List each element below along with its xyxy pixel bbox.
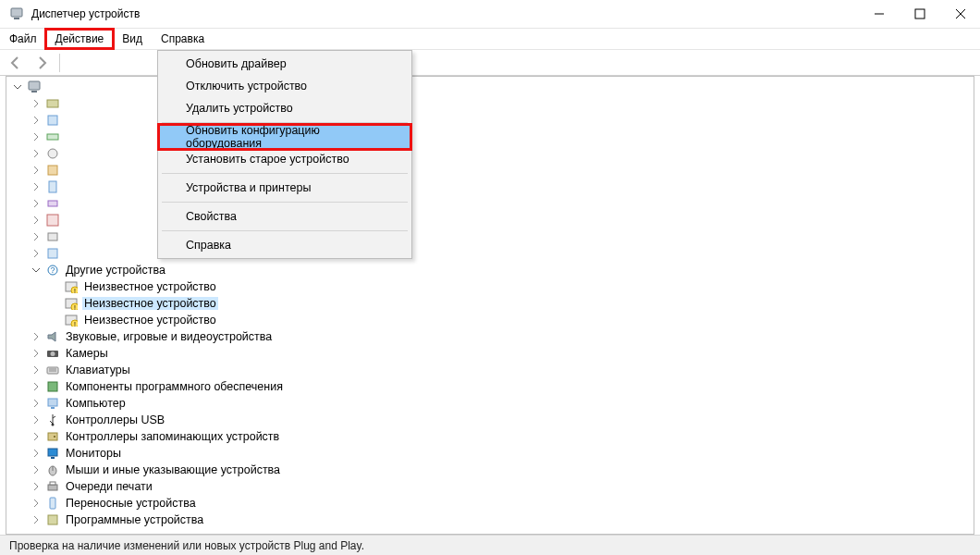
device-icon	[45, 229, 60, 244]
tree-category-portable[interactable]: Переносные устройства	[31, 495, 974, 512]
minimize-button[interactable]	[871, 6, 888, 22]
tree-category-print-queues[interactable]: Очереди печати	[31, 478, 974, 495]
other-devices-label: Другие устройства	[64, 264, 167, 277]
svg-rect-0	[11, 8, 22, 17]
expand-icon[interactable]	[31, 414, 42, 426]
svg-rect-42	[51, 457, 55, 459]
software-component-icon	[45, 379, 60, 394]
expand-icon[interactable]	[31, 98, 42, 109]
printer-icon	[45, 479, 60, 494]
tree-item-unknown-device[interactable]: ! Неизвестное устройство	[49, 278, 974, 295]
tree-category-storage[interactable]: Контроллеры запоминающих устройств	[31, 428, 974, 445]
software-device-icon	[45, 512, 60, 527]
keyboard-icon	[45, 363, 60, 377]
expand-icon[interactable]	[31, 448, 42, 459]
collapse-icon[interactable]	[31, 265, 42, 276]
expand-icon[interactable]	[31, 514, 42, 525]
expand-icon[interactable]	[31, 181, 42, 192]
expand-icon[interactable]	[31, 248, 42, 259]
menu-item-refresh-hardware[interactable]: Обновить конфигурацию оборудования	[160, 126, 410, 148]
expand-icon[interactable]	[31, 364, 42, 376]
tree-scroll[interactable]: ? Другие устройства ! Неизвестное устрой…	[6, 77, 974, 534]
tree-item-unknown-device[interactable]: ! Неизвестное устройство	[49, 312, 974, 328]
tree-category-computer[interactable]: Компьютер	[31, 395, 974, 412]
menu-action[interactable]: Действие	[46, 30, 114, 48]
expand-icon[interactable]	[31, 198, 42, 209]
expand-icon[interactable]	[31, 148, 42, 159]
menu-item-devices-printers[interactable]: Устройства и принтеры	[160, 177, 410, 199]
expand-icon[interactable]	[31, 398, 42, 409]
svg-text:?: ?	[50, 265, 55, 275]
tree-root[interactable]	[12, 79, 974, 95]
portable-icon	[45, 496, 60, 511]
svg-rect-13	[49, 181, 56, 192]
close-button[interactable]	[952, 6, 969, 22]
expand-icon[interactable]	[31, 381, 42, 392]
tree-item-unknown-device-selected[interactable]: ! Неизвестное устройство	[49, 295, 974, 312]
tree-category-cameras[interactable]: Камеры	[31, 345, 974, 362]
expand-icon[interactable]	[31, 331, 42, 342]
tree-category-audio[interactable]: Звуковые, игровые и видеоустройства	[31, 328, 974, 345]
forward-button[interactable]	[31, 53, 52, 73]
expand-icon[interactable]	[12, 81, 23, 92]
expand-icon[interactable]	[31, 498, 42, 509]
title-bar: Диспетчер устройств	[0, 0, 980, 28]
unknown-device-label: Неизвестное устройство	[82, 314, 218, 327]
menu-item-help[interactable]: Справка	[160, 234, 410, 256]
svg-rect-15	[47, 215, 58, 226]
menu-file[interactable]: Файл	[0, 30, 46, 48]
tree-category-mice[interactable]: Мыши и иные указывающие устройства	[31, 462, 974, 478]
menu-item-delete-device[interactable]: Удалить устройство	[160, 97, 410, 119]
device-tree[interactable]: ? Другие устройства ! Неизвестное устрой…	[6, 77, 974, 528]
svg-rect-48	[48, 515, 57, 524]
menu-item-update-driver[interactable]: Обновить драйвер	[160, 53, 410, 75]
tree-category-monitors[interactable]: Мониторы	[31, 445, 974, 462]
window-title: Диспетчер устройств	[31, 7, 871, 20]
svg-rect-12	[48, 166, 57, 175]
expand-icon[interactable]	[31, 464, 42, 475]
expand-icon[interactable]	[31, 348, 42, 359]
svg-rect-35	[48, 382, 57, 391]
back-button[interactable]	[6, 53, 26, 73]
svg-point-38	[52, 424, 55, 426]
menu-item-disable-device[interactable]: Отключить устройство	[160, 75, 410, 97]
expand-icon[interactable]	[31, 231, 42, 242]
expand-icon[interactable]	[31, 115, 42, 126]
camera-icon	[45, 346, 60, 361]
menu-item-properties[interactable]: Свойства	[160, 205, 410, 228]
menu-separator	[162, 202, 408, 203]
svg-point-31	[51, 352, 55, 356]
svg-rect-6	[29, 81, 40, 90]
svg-point-11	[48, 149, 57, 158]
tree-category-usb[interactable]: Контроллеры USB	[31, 412, 974, 428]
device-icon	[45, 163, 60, 178]
menu-separator	[162, 230, 408, 231]
device-icon	[45, 146, 60, 161]
expand-icon[interactable]	[31, 131, 42, 142]
svg-rect-7	[31, 91, 37, 92]
expand-icon[interactable]	[31, 431, 42, 442]
audio-icon	[45, 329, 60, 344]
expand-icon[interactable]	[31, 481, 42, 492]
expand-icon[interactable]	[31, 165, 42, 176]
status-bar: Проверка на наличие изменений или новых …	[0, 535, 980, 555]
svg-rect-46	[50, 482, 55, 485]
svg-point-40	[54, 436, 55, 438]
toolbar	[0, 50, 980, 76]
device-icon	[45, 179, 60, 194]
tree-category-software-devices[interactable]: Программные устройства	[31, 512, 974, 528]
usb-icon	[45, 413, 60, 427]
menu-bar: Файл Действие Вид Справка	[0, 28, 980, 50]
tree-category-keyboards[interactable]: Клавиатуры	[31, 362, 974, 378]
menu-help[interactable]: Справка	[152, 30, 214, 48]
svg-rect-45	[48, 485, 57, 490]
maximize-button[interactable]	[912, 6, 928, 22]
tree-category-other-devices[interactable]: ? Другие устройства	[31, 262, 974, 278]
menu-view[interactable]: Вид	[113, 30, 152, 48]
other-devices-icon: ?	[45, 263, 60, 278]
expand-icon[interactable]	[31, 215, 42, 226]
tree-category-software-components[interactable]: Компоненты программного обеспечения	[31, 378, 974, 395]
window-controls	[871, 6, 969, 22]
menu-item-install-legacy[interactable]: Установить старое устройство	[160, 148, 410, 170]
svg-rect-3	[915, 9, 925, 18]
